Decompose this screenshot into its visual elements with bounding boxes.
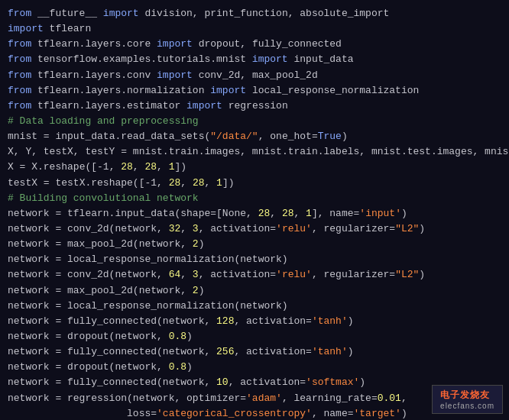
- code-line: testX = testX.reshape([-1, 28, 28, 1]): [8, 176, 501, 191]
- brand-sub: elecfans.com: [440, 402, 494, 410]
- code-line: X, Y, testX, testY = mnist.train.images,…: [8, 144, 501, 160]
- code-line: from tflearn.layers.core import dropout,…: [8, 37, 501, 52]
- code-line: loss='categorical_crossentropy', name='t…: [8, 406, 501, 420]
- code-line: network = dropout(network, 0.8): [8, 329, 501, 344]
- code-line: network = conv_2d(network, 64, 3, activa…: [8, 267, 501, 283]
- code-line: network = fully_connected(network, 256, …: [8, 344, 501, 360]
- code-line: network = max_pool_2d(network, 2): [8, 283, 501, 299]
- code-line: network = fully_connected(network, 128, …: [8, 314, 501, 329]
- code-line: from tflearn.layers.conv import conv_2d,…: [8, 68, 501, 83]
- code-line: network = conv_2d(network, 32, 3, activa…: [8, 221, 501, 237]
- code-editor: from __future__ import division, print_f…: [0, 0, 509, 420]
- watermark: 电子发烧友 elecfans.com: [432, 385, 503, 414]
- code-line: network = tflearn.input_data(shape=[None…: [8, 206, 501, 221]
- code-line: from tflearn.layers.normalization import…: [8, 83, 501, 99]
- code-line: mnist = input_data.read_data_sets("/data…: [8, 129, 501, 144]
- code-line: from tflearn.layers.estimator import reg…: [8, 99, 501, 114]
- code-line: network = max_pool_2d(network, 2): [8, 237, 501, 252]
- code-line: network = local_response_normalization(n…: [8, 252, 501, 267]
- code-line: from __future__ import division, print_f…: [8, 6, 501, 21]
- code-line: network = regression(network, optimizer=…: [8, 391, 501, 406]
- code-line: import tflearn: [8, 21, 501, 37]
- brand-name: 电子发烧友: [440, 389, 490, 400]
- code-line: network = local_response_normalization(n…: [8, 299, 501, 314]
- code-line: network = fully_connected(network, 10, a…: [8, 375, 501, 390]
- code-line: from tensorflow.examples.tutorials.mnist…: [8, 52, 501, 67]
- code-line: # Data loading and preprocessing: [8, 114, 501, 129]
- code-line: X = X.reshape([-1, 28, 28, 1]): [8, 160, 501, 175]
- code-line: # Building convolutional network: [8, 191, 501, 206]
- code-line: network = dropout(network, 0.8): [8, 360, 501, 375]
